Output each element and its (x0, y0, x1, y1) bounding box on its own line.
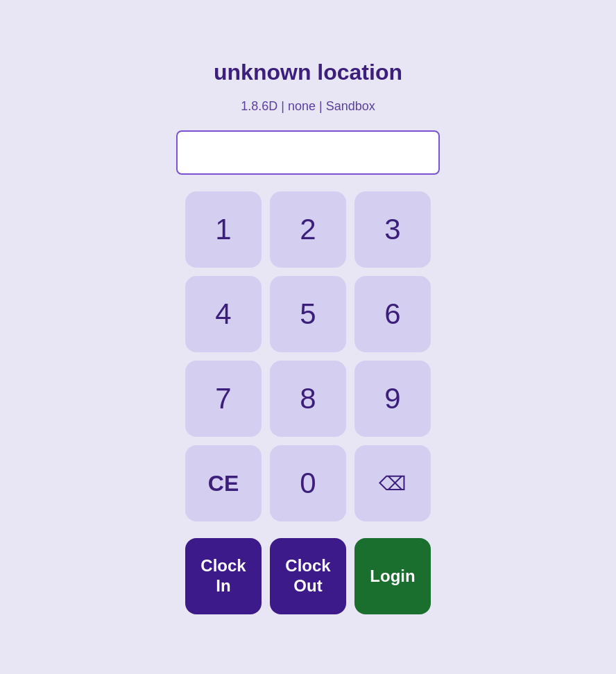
clock-in-button[interactable]: ClockIn (185, 538, 262, 614)
key-9[interactable]: 9 (354, 361, 431, 437)
backspace-icon: ⌫ (379, 472, 407, 495)
key-6[interactable]: 6 (354, 276, 431, 352)
key-ce[interactable]: CE (185, 445, 262, 521)
key-backspace[interactable]: ⌫ (354, 445, 431, 521)
key-0[interactable]: 0 (270, 445, 346, 521)
key-1[interactable]: 1 (185, 191, 262, 268)
clock-out-label: ClockOut (285, 556, 330, 596)
key-7[interactable]: 7 (185, 361, 262, 437)
key-2[interactable]: 2 (270, 191, 346, 268)
main-container: unknown location 1.8.6D | none | Sandbox… (176, 60, 440, 614)
key-8[interactable]: 8 (270, 361, 346, 437)
version-info: 1.8.6D | none | Sandbox (241, 99, 375, 114)
login-button[interactable]: Login (354, 538, 431, 614)
key-5[interactable]: 5 (270, 276, 346, 352)
page-title: unknown location (214, 60, 402, 85)
pin-input[interactable] (176, 130, 440, 175)
action-buttons: ClockIn ClockOut Login (185, 538, 431, 614)
clock-in-label: ClockIn (200, 556, 246, 596)
clock-out-button[interactable]: ClockOut (270, 538, 346, 614)
login-label: Login (370, 567, 415, 587)
keypad: 1 2 3 4 5 6 7 8 9 CE 0 ⌫ (185, 191, 431, 521)
key-3[interactable]: 3 (354, 191, 431, 268)
key-4[interactable]: 4 (185, 276, 262, 352)
